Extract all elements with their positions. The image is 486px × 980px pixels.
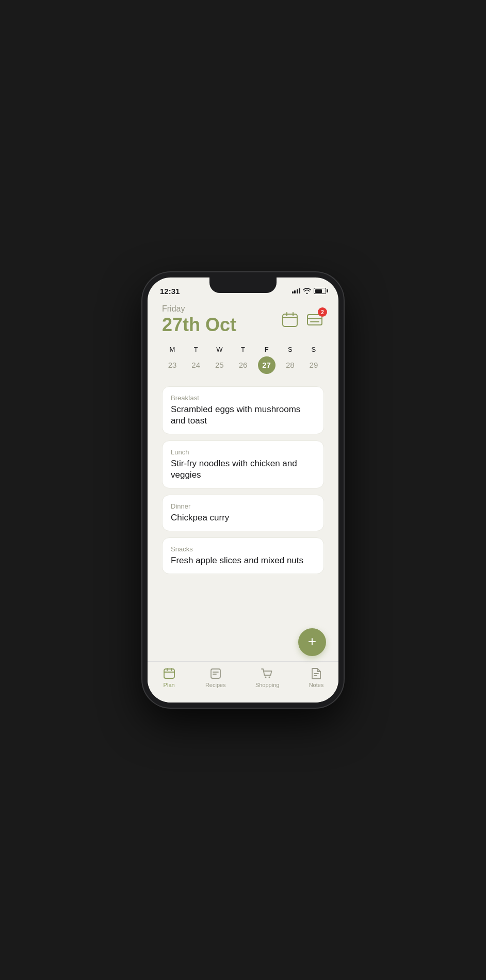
meal-description: Chickpea curry [171, 512, 315, 524]
meal-type: Lunch [171, 448, 315, 456]
day-number: 29 [305, 356, 322, 374]
week-day-col[interactable]: T24 [186, 346, 206, 374]
day-number: 23 [164, 356, 181, 374]
day-number: 26 [234, 356, 252, 374]
shopping-tab-label: Shopping [255, 682, 280, 688]
tab-shopping[interactable]: Shopping [255, 667, 280, 688]
day-letter: T [241, 346, 245, 353]
meal-type: Dinner [171, 502, 315, 510]
svg-rect-2 [164, 669, 174, 678]
meal-description: Scrambled eggs with mushrooms and toast [171, 404, 315, 427]
status-icons [292, 288, 327, 294]
signal-icon [292, 288, 301, 293]
meal-card[interactable]: LunchStir-fry noodles with chicken and v… [162, 440, 324, 488]
recipes-tab-icon [209, 667, 222, 680]
notes-tab-icon [310, 667, 323, 680]
wifi-icon [303, 288, 311, 294]
status-time: 12:31 [160, 287, 180, 296]
meal-card[interactable]: BreakfastScrambled eggs with mushrooms a… [162, 386, 324, 434]
header: Friday 27th Oct [162, 304, 324, 335]
week-day-col[interactable]: W25 [209, 346, 230, 374]
day-number: 25 [210, 356, 228, 374]
week-day-col[interactable]: S29 [303, 346, 324, 374]
day-label: Friday [162, 304, 236, 314]
battery-icon [314, 288, 326, 294]
meal-description: Stir-fry noodles with chicken and veggie… [171, 458, 315, 481]
add-meal-button[interactable]: + [298, 628, 326, 656]
main-content: Friday 27th Oct [148, 300, 338, 661]
day-letter: F [265, 346, 269, 353]
day-letter: T [194, 346, 198, 353]
add-icon: + [308, 634, 316, 649]
svg-rect-3 [211, 669, 220, 678]
meal-cards: BreakfastScrambled eggs with mushrooms a… [162, 386, 324, 575]
day-number: 24 [187, 356, 205, 374]
meal-card[interactable]: DinnerChickpea curry [162, 495, 324, 531]
svg-rect-0 [283, 314, 297, 326]
shopping-tab-icon [261, 667, 274, 680]
meal-type: Snacks [171, 545, 315, 553]
notification-button[interactable]: 2 [305, 311, 324, 331]
date-label: 27th Oct [162, 315, 236, 335]
plan-tab-label: Plan [164, 682, 175, 688]
week-calendar: M23T24W25T26F27S28S29 [162, 346, 324, 374]
day-letter: W [216, 346, 222, 353]
meal-type: Breakfast [171, 394, 315, 402]
week-day-col[interactable]: F27 [256, 346, 277, 374]
meal-card[interactable]: SnacksFresh apple slices and mixed nuts [162, 537, 324, 574]
day-letter: M [170, 346, 175, 353]
day-letter: S [312, 346, 316, 353]
date-section: Friday 27th Oct [162, 304, 236, 335]
tab-notes[interactable]: Notes [309, 667, 324, 688]
notch [209, 277, 277, 293]
day-number: 28 [281, 356, 299, 374]
notes-tab-label: Notes [309, 682, 324, 688]
week-day-col[interactable]: S28 [280, 346, 300, 374]
svg-point-4 [265, 677, 267, 678]
meal-description: Fresh apple slices and mixed nuts [171, 555, 315, 566]
tab-plan[interactable]: Plan [163, 667, 176, 688]
recipes-tab-label: Recipes [205, 682, 226, 688]
tab-bar: PlanRecipesShoppingNotes [148, 661, 338, 703]
svg-rect-1 [307, 315, 322, 325]
notification-badge: 2 [318, 307, 327, 317]
week-day-col[interactable]: M23 [162, 346, 183, 374]
day-number: 27 [258, 356, 276, 374]
week-days: M23T24W25T26F27S28S29 [162, 346, 324, 374]
header-icons: 2 [281, 311, 324, 331]
calendar-button[interactable] [281, 311, 299, 331]
calendar-icon [281, 311, 299, 329]
svg-point-5 [269, 677, 270, 678]
tab-recipes[interactable]: Recipes [205, 667, 226, 688]
plan-tab-icon [163, 667, 176, 680]
day-letter: S [288, 346, 293, 353]
week-day-col[interactable]: T26 [233, 346, 253, 374]
phone-frame: 12:31 Friday 27th Oct [142, 272, 344, 708]
